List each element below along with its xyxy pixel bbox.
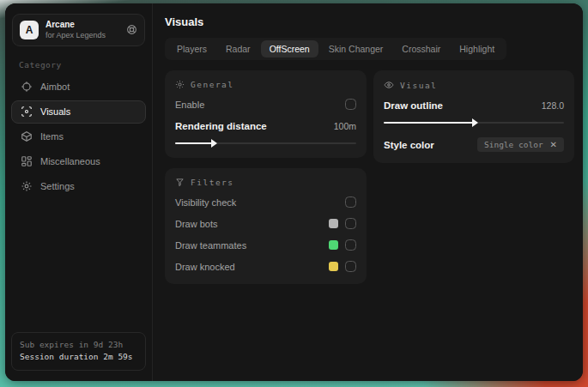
general-card-header: General <box>175 80 356 89</box>
slider-fill <box>384 122 474 124</box>
sub-expires-text: Sub expires in 9d 23h <box>20 339 137 352</box>
enable-checkbox[interactable] <box>345 99 356 110</box>
chip-close-icon[interactable]: ✕ <box>550 141 557 149</box>
filters-card: Filters Visibility check Draw bots <box>165 168 367 284</box>
funnel-icon <box>175 178 185 187</box>
gear-icon <box>21 180 33 192</box>
slider-thumb[interactable] <box>472 118 478 127</box>
rendering-distance-label: Rendering distance <box>175 121 267 131</box>
app-window: A Arcane for Apex Legends Category <box>5 3 583 381</box>
draw-knocked-checkbox[interactable] <box>345 261 356 272</box>
enable-label: Enable <box>175 100 204 110</box>
sidebar-item-settings[interactable]: Settings <box>11 175 146 198</box>
tab-players[interactable]: Players <box>168 40 215 57</box>
draw-outline-slider[interactable] <box>384 119 564 126</box>
tab-skin-changer[interactable]: Skin Changer <box>320 40 392 57</box>
app-subtitle: for Apex Legends <box>45 31 106 40</box>
tab-radar[interactable]: Radar <box>217 40 259 57</box>
draw-outline-value: 128.0 <box>542 100 564 111</box>
general-card: General Enable Rendering distance 100m <box>165 70 367 158</box>
app-meta: Arcane for Apex Legends <box>45 20 106 40</box>
draw-outline-row: Draw outline 128.0 <box>384 99 564 112</box>
right-column: Visual Draw outline 128.0 Style color <box>373 70 574 163</box>
sidebar-item-label: Settings <box>40 181 75 191</box>
visibility-check-row: Visibility check <box>175 196 356 209</box>
sidebar-item-label: Items <box>40 131 64 142</box>
draw-teammates-row: Draw teammates <box>175 239 356 251</box>
style-color-chip-label: Single color <box>484 140 543 149</box>
sidebar: A Arcane for Apex Legends Category <box>5 3 153 381</box>
app-title: Arcane <box>45 20 106 31</box>
visual-card-header: Visual <box>384 80 564 90</box>
sidebar-item-visuals[interactable]: Visuals <box>11 100 146 124</box>
slider-thumb[interactable] <box>211 139 217 148</box>
draw-knocked-label: Draw knocked <box>175 262 235 272</box>
general-card-title: General <box>191 80 234 89</box>
app-header-card: A Arcane for Apex Legends <box>12 14 145 46</box>
draw-bots-row: Draw bots <box>175 217 356 230</box>
draw-teammates-color-swatch[interactable] <box>329 240 338 250</box>
left-column: General Enable Rendering distance 100m <box>165 70 367 284</box>
scan-eye-icon <box>21 106 33 118</box>
visibility-check-checkbox[interactable] <box>345 197 356 208</box>
sidebar-item-label: Aimbot <box>40 82 70 92</box>
rendering-distance-row: Rendering distance 100m <box>175 119 356 132</box>
box-icon <box>21 130 33 142</box>
subscription-info: Sub expires in 9d 23h Session duration 2… <box>11 332 146 371</box>
draw-teammates-label: Draw teammates <box>175 240 246 251</box>
draw-bots-checkbox[interactable] <box>345 218 356 229</box>
sidebar-item-miscellaneous[interactable]: Miscellaneous <box>11 150 146 173</box>
visibility-check-label: Visibility check <box>175 197 236 208</box>
rendering-distance-value: 100m <box>334 121 356 131</box>
visual-card-title: Visual <box>400 81 437 90</box>
filters-card-title: Filters <box>191 178 234 187</box>
tab-offscreen[interactable]: OffScreen <box>261 40 318 57</box>
tab-highlight[interactable]: Highlight <box>451 40 503 57</box>
tab-bar: Players Radar OffScreen Skin Changer Cro… <box>165 38 506 60</box>
enable-row: Enable <box>175 98 356 111</box>
app-logo: A <box>20 21 39 39</box>
sidebar-item-label: Miscellaneous <box>40 156 100 166</box>
crosshair-icon <box>21 81 33 93</box>
sidebar-item-label: Visuals <box>40 106 70 117</box>
draw-outline-label: Draw outline <box>384 100 443 111</box>
filters-card-header: Filters <box>175 178 356 187</box>
style-color-label: Style color <box>384 140 434 150</box>
draw-knocked-color-swatch[interactable] <box>329 262 338 271</box>
sidebar-item-items[interactable]: Items <box>11 125 146 148</box>
category-label: Category <box>19 60 138 70</box>
tab-crosshair[interactable]: Crosshair <box>393 40 449 57</box>
sidebar-nav: Aimbot Visuals Items <box>11 76 146 198</box>
draw-bots-label: Draw bots <box>175 219 218 229</box>
target-icon[interactable] <box>126 24 137 35</box>
rendering-distance-slider[interactable] <box>175 140 356 147</box>
draw-knocked-row: Draw knocked <box>175 260 356 273</box>
session-duration-text: Session duration 2m 59s <box>20 351 137 364</box>
layout-icon <box>21 155 33 167</box>
slider-fill <box>175 142 213 144</box>
eye-icon <box>384 80 394 90</box>
content-area: General Enable Rendering distance 100m <box>165 70 569 284</box>
draw-teammates-checkbox[interactable] <box>345 239 356 251</box>
visual-card: Visual Draw outline 128.0 Style color <box>373 70 574 163</box>
draw-bots-color-swatch[interactable] <box>329 219 338 228</box>
main-panel: Visuals Players Radar OffScreen Skin Cha… <box>153 3 583 381</box>
sun-icon <box>175 80 185 89</box>
style-color-row: Style color Single color ✕ <box>384 137 564 152</box>
style-color-chip[interactable]: Single color ✕ <box>477 137 564 152</box>
page-title: Visuals <box>165 15 569 28</box>
sidebar-item-aimbot[interactable]: Aimbot <box>11 76 146 99</box>
